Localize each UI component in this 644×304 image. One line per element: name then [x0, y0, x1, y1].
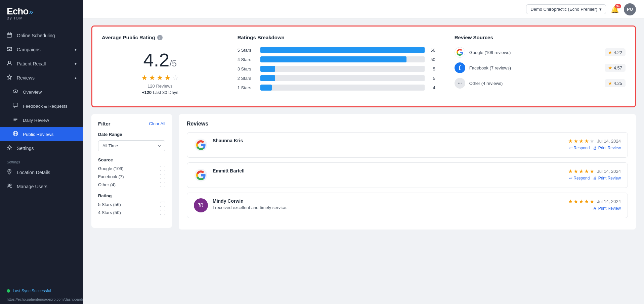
sidebar-item-patient-recall[interactable]: Patient Recall ▾	[0, 57, 83, 71]
sidebar-item-label: Reviews	[17, 75, 35, 81]
list-icon	[13, 117, 19, 123]
print-review-button[interactable]: 🖨 Print Review	[593, 146, 621, 150]
reviewer-avatar-yahoo: Y!	[194, 198, 208, 212]
print-review-button[interactable]: 🖨 Print Review	[593, 206, 621, 211]
sidebar-item-public-reviews[interactable]: Public Reviews	[0, 127, 83, 141]
breakdown-label: 2 Stars	[238, 76, 256, 81]
star-icon: ★	[573, 138, 578, 144]
star-icon: ★	[573, 198, 578, 205]
review-body: Mindy Corwin I received excellent and ti…	[213, 198, 542, 210]
page-content: Average Public Rating i 4.2/5 ★ ★ ★ ★ ☆ …	[83, 19, 644, 304]
svg-rect-6	[13, 103, 18, 106]
breakdown-bar	[260, 75, 275, 81]
source-facebook-label: Facebook (7)	[98, 174, 124, 179]
review-date: Jul 14, 2024	[597, 169, 621, 174]
page-url: https://echo.patientengagepro.com/dashbo…	[0, 297, 83, 304]
star-icon: ★	[608, 50, 612, 55]
star-icon: ★	[568, 168, 573, 174]
breakdown-count: 5	[429, 66, 435, 71]
clear-all-button[interactable]: Clear All	[149, 121, 165, 126]
stats-row: Average Public Rating i 4.2/5 ★ ★ ★ ★ ☆ …	[91, 26, 636, 107]
source-rating-google: ★ 4.22	[605, 48, 626, 56]
breakdown-count: 5	[429, 76, 435, 81]
star-icon: ★	[573, 168, 578, 174]
breakdown-label: 4 Stars	[238, 57, 256, 62]
reviewer-name: Mindy Corwin	[213, 198, 542, 204]
comment-icon	[13, 103, 19, 109]
google-logo-icon	[455, 47, 465, 58]
source-other-checkbox[interactable]	[160, 182, 165, 187]
review-actions: ↩ Respond 🖨 Print Review	[569, 176, 621, 181]
rating-4star-checkbox[interactable]	[160, 210, 165, 215]
mail-icon	[7, 46, 13, 53]
respond-button[interactable]: ↩ Respond	[569, 176, 590, 181]
sync-indicator	[7, 289, 10, 293]
notification-badge: 9+	[615, 4, 621, 8]
globe-icon	[13, 131, 19, 138]
breakdown-label: 1 Stars	[238, 85, 256, 90]
svg-point-9	[9, 147, 10, 149]
respond-button[interactable]: ↩ Respond	[569, 146, 590, 150]
review-text: I received excellent and timely service.	[213, 205, 542, 210]
source-facebook-checkbox[interactable]	[160, 174, 165, 179]
breakdown-row-5star: 5 Stars 56	[238, 47, 435, 53]
reviews-title: Reviews	[187, 121, 628, 127]
breakdown-rows: 5 Stars 56 4 Stars 50 3 St	[238, 46, 435, 91]
location-selector[interactable]: Demo Chiropractic (Echo Premier) ▾	[526, 4, 606, 14]
sidebar-item-overview[interactable]: Overview	[0, 85, 83, 99]
star-icon: ★	[568, 198, 573, 205]
source-rating-facebook: ★ 4.57	[605, 64, 626, 72]
review-right: ★ ★ ★ ★ ★ Jul 14, 2024 🖨 Print Review	[547, 198, 621, 211]
review-right: ★ ★ ★ ★ ★ Jul 14, 2024 ↩ Respond 🖨 Print…	[547, 138, 621, 150]
filter-rating-section: Rating 5 Stars (56) 4 Stars (50)	[98, 193, 165, 215]
chevron-up-icon: ▴	[75, 75, 77, 80]
reviewer-name: Shaunna Kris	[213, 138, 542, 143]
notification-bell[interactable]: 🔔 9+	[611, 5, 619, 13]
users-icon	[7, 183, 13, 190]
sidebar-item-reviews[interactable]: Reviews ▴	[0, 71, 83, 85]
source-google-checkbox[interactable]	[160, 166, 165, 171]
breakdown-count: 4	[429, 85, 435, 90]
sync-status: Last Sync Successful	[0, 285, 83, 297]
chevron-down-icon: ▾	[75, 61, 77, 66]
source-other-label: Other (4)	[98, 182, 116, 187]
sidebar-item-label: Daily Review	[23, 118, 49, 123]
review-card: Emmitt Bartell ★ ★ ★ ★ ★ Jul 14, 2024	[187, 162, 628, 188]
sidebar-item-label: Settings	[17, 146, 34, 151]
filter-rating-4star: 4 Stars (50)	[98, 210, 165, 215]
ratings-breakdown-title: Ratings Breakdown	[238, 35, 435, 40]
filter-rating-label: Rating	[98, 193, 165, 198]
star-icon: ★	[590, 168, 594, 174]
breakdown-bar-bg	[260, 56, 425, 62]
svg-rect-1	[7, 47, 12, 51]
review-right: ★ ★ ★ ★ ★ Jul 14, 2024 ↩ Respond 🖨 Print…	[547, 168, 621, 181]
sidebar-item-feedback-requests[interactable]: Feedback & Requests	[0, 99, 83, 113]
review-stars: ★ ★ ★ ★ ★	[568, 138, 594, 144]
star-1: ★	[141, 73, 148, 82]
sidebar-item-manage-users[interactable]: Manage Users	[0, 180, 83, 194]
sidebar-item-daily-review[interactable]: Daily Review	[0, 113, 83, 127]
sidebar-item-label: Overview	[23, 90, 42, 95]
bottom-row: Filter Clear All Date Range All Time Las…	[91, 114, 636, 230]
filter-source-facebook: Facebook (7)	[98, 174, 165, 179]
star-icon: ★	[584, 168, 589, 174]
print-review-button[interactable]: 🖨 Print Review	[593, 176, 621, 181]
sidebar-item-location-details[interactable]: Location Details	[0, 165, 83, 180]
review-sources-card: Review Sources Google (109 reviews) ★ 4.…	[445, 27, 635, 106]
svg-point-12	[10, 184, 11, 186]
review-stars-date: ★ ★ ★ ★ ★ Jul 14, 2024	[568, 138, 621, 144]
date-range-select[interactable]: All Time Last 7 Days Last 30 Days Last 9…	[98, 140, 165, 151]
sidebar-item-online-scheduling[interactable]: Online Scheduling	[0, 29, 83, 43]
source-name: Google (109 reviews)	[469, 50, 601, 55]
review-body: Emmitt Bartell	[213, 168, 542, 173]
filter-source-section: Source Google (109) Facebook (7) Other (…	[98, 157, 165, 187]
sidebar-item-settings[interactable]: Settings	[0, 141, 83, 155]
sidebar-item-campaigns[interactable]: Campaigns ▾	[0, 43, 83, 57]
reviews-panel: Reviews Shaunna Kris ★ ★	[179, 114, 636, 230]
star-4: ★	[164, 73, 171, 82]
review-card: Shaunna Kris ★ ★ ★ ★ ★ Jul 14, 2024	[187, 132, 628, 158]
user-avatar[interactable]: PU	[624, 3, 636, 15]
facebook-logo-icon: f	[455, 62, 465, 73]
breakdown-bar-bg	[260, 85, 425, 91]
rating-5star-checkbox[interactable]	[160, 202, 165, 207]
